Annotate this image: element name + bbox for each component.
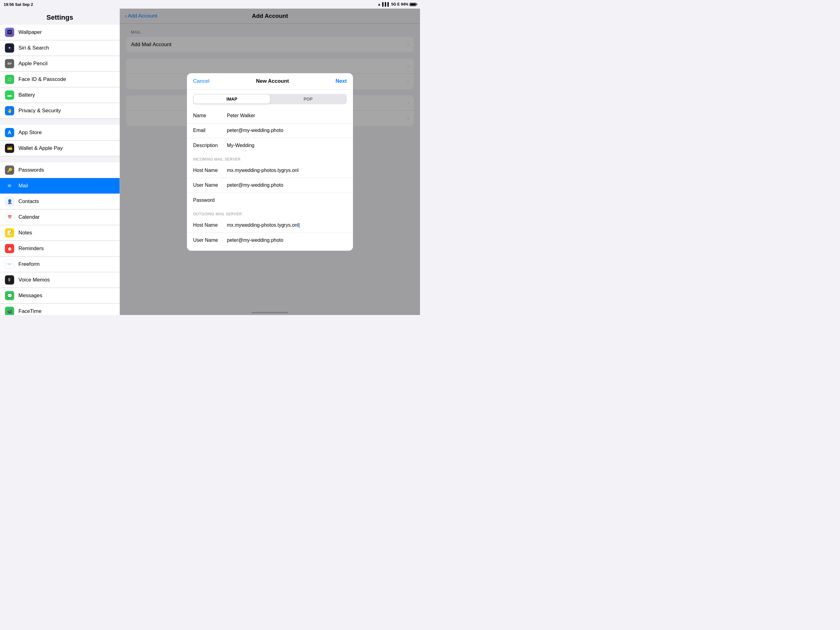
sidebar-item-wallpaper[interactable]: 🖼 Wallpaper (0, 25, 120, 40)
modal-form: Name Peter Walker Email peter@my-wedding… (187, 109, 353, 251)
sidebar-item-battery[interactable]: ▬ Battery (0, 87, 120, 103)
sidebar-label-siri: Siri & Search (19, 45, 49, 51)
sidebar-item-notes[interactable]: 📝 Notes (0, 225, 120, 241)
sidebar-item-freeform[interactable]: 〰 Freeform (0, 256, 120, 272)
incoming-username-value[interactable]: peter@my-wedding.photo (227, 182, 347, 188)
name-row[interactable]: Name Peter Walker (187, 109, 353, 123)
outgoing-fields-card: Host Name mx.mywedding-photos.tygrys.onl… (187, 218, 353, 248)
pencil-icon: ✏ (5, 59, 14, 68)
appstore-icon: A (5, 128, 14, 137)
notes-icon: 📝 (5, 228, 14, 237)
sidebar-item-mail[interactable]: ✉ Mail (0, 178, 120, 194)
incoming-section: INCOMING MAIL SERVER Host Name mx.mywedd… (187, 153, 353, 207)
privacy-icon: 🤚 (5, 106, 14, 116)
segmented-control: IMAP POP (193, 94, 347, 104)
outgoing-hostname-value[interactable]: mx.mywedding-photos.tygrys.onl (227, 222, 347, 228)
cancel-button[interactable]: Cancel (193, 78, 209, 84)
battery-percent: 94% (401, 2, 408, 6)
reminders-icon: ⏰ (5, 244, 14, 253)
battery-sidebar-icon: ▬ (5, 90, 14, 100)
incoming-username-row[interactable]: User Name peter@my-wedding.photo (187, 178, 353, 193)
incoming-hostname-row[interactable]: Host Name mx.mywedding-photos.tygrys.onl (187, 163, 353, 178)
signal-icon: ▲ (377, 2, 381, 6)
sidebar-group-top: 🖼 Wallpaper ✦ Siri & Search ✏ Apple Penc… (0, 25, 120, 119)
sidebar-item-passwords[interactable]: 🔑 Passwords (0, 162, 120, 178)
outgoing-section-title: OUTGOING MAIL SERVER (187, 207, 353, 218)
basic-fields-section: Name Peter Walker Email peter@my-wedding… (187, 109, 353, 153)
battery-icon (409, 3, 416, 6)
segment-imap[interactable]: IMAP (194, 95, 270, 104)
wallpaper-icon: 🖼 (5, 28, 14, 37)
faceid-icon: ⬡ (5, 75, 14, 84)
voicememos-icon: 🎙 (5, 275, 14, 285)
name-label: Name (193, 113, 227, 119)
email-value[interactable]: peter@my-wedding.photo (227, 128, 347, 133)
sidebar-item-reminders[interactable]: ⏰ Reminders (0, 241, 120, 256)
sidebar-label-battery: Battery (19, 92, 35, 98)
text-cursor (299, 223, 300, 228)
passwords-icon: 🔑 (5, 166, 14, 175)
sidebar-label-messages: Messages (19, 293, 42, 299)
next-button[interactable]: Next (335, 78, 347, 84)
description-label: Description (193, 143, 227, 148)
description-value[interactable]: My-Wedding (227, 143, 347, 148)
basic-fields-card: Name Peter Walker Email peter@my-wedding… (187, 109, 353, 153)
incoming-hostname-value[interactable]: mx.mywedding-photos.tygrys.onl (227, 168, 347, 173)
sidebar-item-messages[interactable]: 💬 Messages (0, 288, 120, 304)
sidebar-item-privacy[interactable]: 🤚 Privacy & Security (0, 103, 120, 119)
outgoing-hostname-row[interactable]: Host Name mx.mywedding-photos.tygrys.onl (187, 218, 353, 233)
incoming-password-row[interactable]: Password (187, 193, 353, 207)
sidebar-label-passwords: Passwords (19, 167, 44, 173)
sidebar-item-voicememos[interactable]: 🎙 Voice Memos (0, 272, 120, 288)
modal-header: Cancel New Account Next (187, 73, 353, 90)
sidebar-item-faceid[interactable]: ⬡ Face ID & Passcode (0, 72, 120, 87)
sidebar-label-contacts: Contacts (19, 198, 39, 204)
email-label: Email (193, 128, 227, 133)
contacts-icon: 👤 (5, 197, 14, 206)
wallet-icon: 💳 (5, 144, 14, 153)
detail-panel: ‹ Add Account Add Account MAIL Add Mail … (120, 9, 420, 315)
messages-icon: 💬 (5, 291, 14, 300)
facetime-icon: 📹 (5, 307, 14, 315)
outgoing-hostname-label: Host Name (193, 222, 227, 228)
modal-overlay: Cancel New Account Next IMAP POP Name (120, 9, 420, 315)
name-value[interactable]: Peter Walker (227, 113, 347, 119)
status-bar: 19:56 Sat Sep 2 ▲ ▌▌▌ 5G E 94% (0, 0, 420, 9)
calendar-icon: 📅 (5, 212, 14, 222)
incoming-section-title: INCOMING MAIL SERVER (187, 153, 353, 163)
sidebar-group-apps: A App Store 💳 Wallet & Apple Pay (0, 125, 120, 156)
sidebar-label-wallpaper: Wallpaper (19, 29, 42, 35)
outgoing-section: OUTGOING MAIL SERVER Host Name mx.mywedd… (187, 207, 353, 248)
sidebar-item-calendar[interactable]: 📅 Calendar (0, 209, 120, 225)
sidebar-label-facetime: FaceTime (19, 308, 41, 314)
sidebar-gap-2 (0, 156, 120, 162)
sidebar-label-wallet: Wallet & Apple Pay (19, 145, 63, 151)
signal-bars: ▌▌▌ (382, 2, 390, 6)
incoming-password-label: Password (193, 198, 227, 203)
sidebar-label-notes: Notes (19, 230, 32, 236)
sidebar-item-pencil[interactable]: ✏ Apple Pencil (0, 56, 120, 72)
network-type: 5G E (392, 2, 400, 6)
incoming-hostname-label: Host Name (193, 168, 227, 173)
sidebar-item-siri[interactable]: ✦ Siri & Search (0, 40, 120, 56)
sidebar-label-calendar: Calendar (19, 214, 39, 220)
sidebar-label-faceid: Face ID & Passcode (19, 76, 66, 82)
sidebar-label-reminders: Reminders (19, 245, 44, 252)
sidebar-item-wallet[interactable]: 💳 Wallet & Apple Pay (0, 141, 120, 156)
sidebar-label-mail: Mail (19, 183, 28, 189)
sidebar-item-appstore[interactable]: A App Store (0, 125, 120, 141)
incoming-username-label: User Name (193, 182, 227, 188)
description-row[interactable]: Description My-Wedding (187, 138, 353, 153)
segment-pop[interactable]: POP (270, 95, 346, 104)
outgoing-username-row[interactable]: User Name peter@my-wedding.photo (187, 233, 353, 248)
sidebar-label-appstore: App Store (19, 130, 42, 136)
incoming-fields-card: Host Name mx.mywedding-photos.tygrys.onl… (187, 163, 353, 207)
siri-icon: ✦ (5, 43, 14, 52)
outgoing-username-value[interactable]: peter@my-wedding.photo (227, 237, 347, 243)
sidebar-label-pencil: Apple Pencil (19, 60, 47, 67)
sidebar-item-facetime[interactable]: 📹 FaceTime (0, 304, 120, 315)
sidebar-gap-1 (0, 119, 120, 125)
email-row[interactable]: Email peter@my-wedding.photo (187, 123, 353, 138)
new-account-modal: Cancel New Account Next IMAP POP Name (187, 73, 353, 251)
sidebar-item-contacts[interactable]: 👤 Contacts (0, 194, 120, 209)
